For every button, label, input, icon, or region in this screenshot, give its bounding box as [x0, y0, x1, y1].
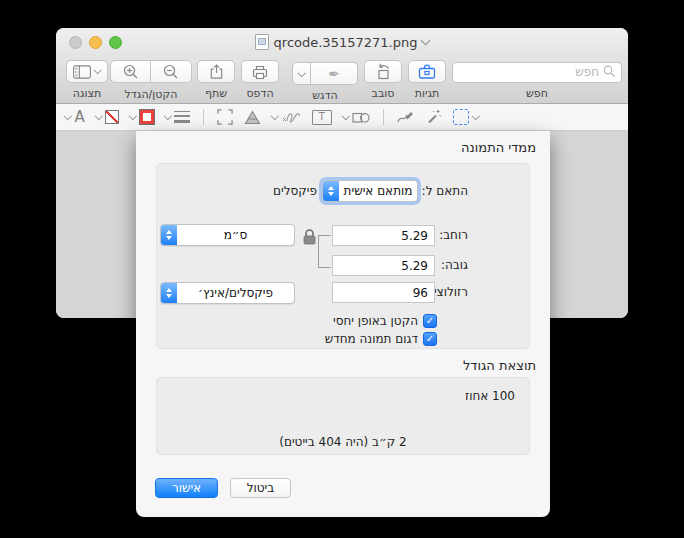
window-chrome: qrcode.35157271.png — [56, 28, 628, 104]
sketch-pen-icon — [397, 110, 415, 125]
toolbar-group-rotate: סובב — [362, 60, 404, 100]
rotate-left-icon — [375, 63, 392, 80]
document-icon — [255, 34, 269, 50]
resolution-unit-popup[interactable]: פיקסלים/אינץ׳ — [160, 282, 295, 304]
height-input[interactable] — [332, 255, 435, 276]
fit-to-label: התאם ל: — [422, 184, 468, 198]
highlight-button[interactable]: ✒ — [311, 62, 358, 85]
close-button[interactable] — [69, 36, 82, 49]
window-title-area: qrcode.35157271.png — [56, 28, 628, 56]
resolution-unit-value: פיקסלים/אינץ׳ — [182, 286, 273, 300]
chevron-down-icon — [94, 66, 102, 74]
shapes-icon — [352, 110, 370, 124]
share-label: שתף — [196, 87, 236, 100]
toolbar-group-print: הדפס — [240, 60, 280, 100]
toolbar-group-highlight: ✒ הדגש — [290, 60, 360, 102]
shapes-button[interactable] — [343, 110, 371, 124]
fullscreen-button[interactable] — [109, 36, 122, 49]
toolbar-group-search: חפש — [451, 60, 623, 100]
toolbar-group-view: תצוגה — [64, 60, 110, 100]
zoom-out-button[interactable] — [151, 60, 192, 83]
share-icon — [208, 63, 225, 80]
instant-alpha-button[interactable] — [244, 110, 261, 125]
border-color-button[interactable] — [96, 110, 120, 124]
selection-tool-button[interactable] — [453, 109, 479, 125]
chevron-down-icon — [64, 112, 72, 120]
section-title-dimensions: ממדי התמונה — [461, 140, 536, 155]
chevron-down-icon — [164, 112, 172, 120]
checkbox-checked-icon[interactable]: ✓ — [423, 314, 437, 328]
titlebar: qrcode.35157271.png — [56, 28, 628, 56]
border-color-swatch-icon — [105, 110, 119, 124]
share-button[interactable] — [197, 60, 235, 83]
markup-toolbar: A — [56, 104, 628, 131]
scale-proportionally-row[interactable]: ✓ הקטן באופן יחסי — [333, 314, 437, 328]
print-button[interactable] — [241, 60, 279, 83]
view-label: תצוגה — [64, 87, 110, 100]
title-chevron-icon[interactable] — [421, 36, 431, 46]
text-box-button[interactable]: T — [312, 110, 332, 125]
rotate-button[interactable] — [364, 60, 402, 83]
smart-lasso-button[interactable] — [426, 109, 442, 125]
main-toolbar: תצוגה — [56, 56, 628, 104]
window-title: qrcode.35157271.png — [274, 35, 418, 50]
resize-dialog-sheet: ממדי התמונה התאם ל: מותאם אישית פיקסלים … — [136, 131, 550, 517]
tags-button[interactable] — [408, 60, 446, 83]
lock-icon[interactable] — [302, 228, 317, 245]
search-label: חפש — [451, 87, 623, 100]
width-input[interactable] — [332, 225, 435, 246]
toolbar-group-zoom: הקטן/הגדל — [110, 60, 192, 101]
chevron-down-icon — [95, 112, 103, 120]
signature-icon — [282, 110, 301, 124]
unit-popup[interactable]: ס״מ — [160, 224, 295, 246]
checkbox-checked-icon[interactable]: ✓ — [423, 332, 437, 346]
resolution-input[interactable] — [332, 282, 435, 303]
toolbox-icon — [418, 63, 436, 80]
highlight-menu-button[interactable] — [292, 62, 311, 85]
signature-button[interactable] — [272, 110, 301, 124]
result-percent-text: 100 אחוז — [465, 389, 515, 403]
fill-color-button[interactable] — [130, 110, 154, 124]
text-style-icon: A — [75, 110, 85, 125]
ok-button[interactable]: אישור — [155, 478, 218, 498]
zoom-in-icon — [123, 64, 139, 80]
highlighter-pen-icon: ✒ — [328, 67, 340, 81]
fit-to-popup[interactable]: מותאם אישית — [322, 180, 418, 202]
result-size-text: 2 ק״ב (היה 404 בייטים) — [156, 435, 530, 449]
section-title-result: תוצאת הגודל — [463, 358, 536, 373]
toolbar-group-share: שתף — [196, 60, 236, 100]
zoom-label: הקטן/הגדל — [110, 88, 192, 101]
text-box-icon: T — [312, 110, 332, 125]
view-button[interactable] — [66, 60, 108, 83]
line-thickness-icon — [174, 111, 190, 124]
fit-unit-text: פיקסלים — [273, 184, 317, 198]
text-style-button[interactable]: A — [65, 110, 85, 125]
width-label: רוחב: — [439, 228, 468, 242]
fit-to-popup-value: מותאם אישית — [328, 184, 413, 198]
popup-stepper-icon — [161, 225, 177, 245]
aspect-lock-bracket — [318, 235, 331, 268]
popup-stepper-icon — [161, 283, 177, 303]
instant-alpha-prism-icon — [244, 110, 261, 125]
search-input[interactable] — [452, 62, 622, 83]
zoom-out-icon — [163, 64, 179, 80]
chevron-down-icon — [271, 112, 279, 120]
unit-popup-value: ס״מ — [208, 228, 248, 242]
cancel-button[interactable]: ביטול — [230, 478, 291, 498]
popup-stepper-icon — [323, 181, 339, 201]
minimize-button[interactable] — [89, 36, 102, 49]
chevron-down-icon — [298, 68, 306, 76]
traffic-lights — [69, 36, 122, 49]
resample-image-label: דגום תמונה מחדש — [325, 332, 418, 346]
screenshot-stage: qrcode.35157271.png — [0, 0, 684, 538]
search-icon — [603, 65, 616, 78]
line-style-button[interactable] — [165, 111, 191, 124]
zoom-in-button[interactable] — [110, 60, 151, 83]
scale-proportionally-label: הקטן באופן יחסי — [333, 314, 418, 328]
sketch-button[interactable] — [397, 110, 415, 125]
crop-button[interactable] — [217, 109, 233, 125]
chevron-down-icon — [342, 112, 350, 120]
resample-image-row[interactable]: ✓ דגום תמונה מחדש — [325, 332, 437, 346]
chevron-down-icon — [472, 112, 480, 120]
toolbar-group-tags: תגיות — [407, 60, 447, 100]
